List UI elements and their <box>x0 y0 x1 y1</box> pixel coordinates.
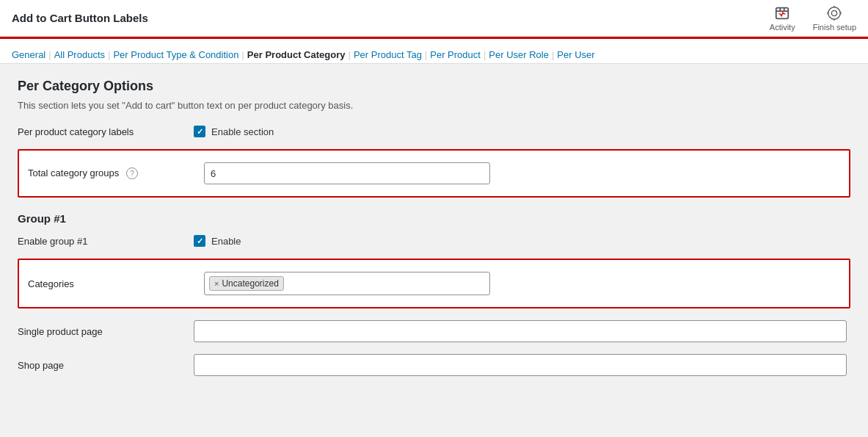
shop-page-row: Shop page <box>18 354 850 376</box>
tab-all-products[interactable]: All Products <box>54 46 105 63</box>
tab-per-product-tag[interactable]: Per Product Tag <box>354 46 422 63</box>
total-category-groups-label: Total category groups ? <box>28 167 204 180</box>
svg-point-4 <box>828 7 841 19</box>
categories-label: Categories <box>28 278 204 289</box>
svg-point-5 <box>832 10 837 15</box>
single-product-page-row: Single product page <box>18 320 850 342</box>
finish-setup-button[interactable]: Finish setup <box>813 5 856 32</box>
category-tag-uncategorized: × Uncategorized <box>209 276 284 291</box>
activity-icon <box>774 5 790 21</box>
enable-group1-control: Enable <box>194 235 241 247</box>
total-category-groups-input[interactable] <box>204 162 490 184</box>
shop-page-control <box>194 354 847 376</box>
tab-per-product-type[interactable]: Per Product Type & Condition <box>113 46 238 63</box>
categories-box: Categories × Uncategorized <box>18 259 850 308</box>
enable-section-text: Enable section <box>211 126 274 137</box>
total-category-groups-help-icon[interactable]: ? <box>126 167 138 179</box>
enable-section-checkbox[interactable] <box>194 126 205 137</box>
single-product-page-label: Single product page <box>18 326 194 337</box>
finish-setup-icon <box>826 5 842 21</box>
nav-tabs: General | All Products | Per Product Typ… <box>0 39 868 64</box>
enable-section-row: Per product category labels Enable secti… <box>18 126 850 137</box>
tag-remove-uncategorized[interactable]: × <box>214 279 219 288</box>
page-title: Add to Cart Button Labels <box>12 12 148 24</box>
tag-label-uncategorized: Uncategorized <box>222 278 278 289</box>
top-bar: Add to Cart Button Labels Activity Finis… <box>0 0 868 37</box>
section-title: Per Category Options <box>18 79 850 94</box>
activity-label: Activity <box>770 23 795 32</box>
finish-setup-label: Finish setup <box>813 23 856 32</box>
tab-per-product[interactable]: Per Product <box>430 46 481 63</box>
total-category-groups-control <box>204 162 490 184</box>
enable-section-control: Enable section <box>194 126 274 137</box>
tab-per-product-category: Per Product Category <box>247 46 346 63</box>
per-product-category-labels-label: Per product category labels <box>18 126 194 137</box>
shop-page-input[interactable] <box>194 354 847 376</box>
total-category-groups-box: Total category groups ? <box>18 149 850 198</box>
enable-group1-text: Enable <box>211 236 241 247</box>
categories-input-box[interactable]: × Uncategorized <box>204 272 490 295</box>
group1-title: Group #1 <box>18 212 850 225</box>
top-bar-actions: Activity Finish setup <box>770 5 856 32</box>
tab-per-user-role[interactable]: Per User Role <box>489 46 549 63</box>
single-product-page-input[interactable] <box>194 320 847 342</box>
tab-general[interactable]: General <box>12 46 45 63</box>
activity-button[interactable]: Activity <box>770 5 795 32</box>
enable-group1-label: Enable group #1 <box>18 236 194 247</box>
single-product-page-control <box>194 320 847 342</box>
categories-control: × Uncategorized <box>204 272 490 295</box>
enable-group1-row: Enable group #1 Enable <box>18 235 850 247</box>
section-description: This section lets you set "Add to cart" … <box>18 100 850 111</box>
tab-per-user[interactable]: Per User <box>557 46 594 63</box>
main-content: Per Category Options This section lets y… <box>0 64 868 402</box>
categories-row: Categories × Uncategorized <box>28 272 840 295</box>
shop-page-label: Shop page <box>18 360 194 371</box>
total-category-groups-row: Total category groups ? <box>28 162 840 184</box>
enable-group1-checkbox[interactable] <box>194 235 205 247</box>
